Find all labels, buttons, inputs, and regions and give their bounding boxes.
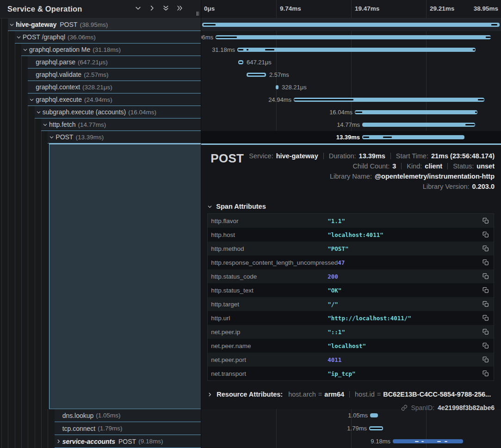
span-row-label-cell[interactable]: subgraph.execute (accounts)(16.04ms) (0, 106, 201, 118)
chevron-right-icon[interactable] (148, 4, 156, 12)
copy-icon[interactable] (478, 273, 494, 280)
span-row-label-cell[interactable]: graphql.operation Me(31.18ms) (0, 44, 201, 56)
span-row-timeline-cell[interactable]: 1.05ms (201, 409, 501, 422)
chevron-right-icon[interactable] (55, 439, 62, 444)
copy-icon[interactable] (478, 245, 494, 252)
span-bar-child-tick (445, 441, 447, 442)
span-row[interactable]: dns.lookup(1.05ms)1.05ms (0, 409, 501, 422)
span-duration-inline: (1.05ms) (96, 412, 120, 419)
span-row-timeline-cell[interactable]: 9.18ms (201, 435, 501, 448)
indent-guides (0, 81, 28, 93)
span-row-timeline-cell[interactable]: 2.57ms (201, 68, 501, 81)
double-chevron-right-icon[interactable] (176, 4, 184, 12)
span-bar[interactable] (238, 60, 243, 64)
span-bar[interactable] (294, 98, 484, 102)
indent-guides (0, 44, 21, 56)
chevron-down-icon[interactable] (48, 135, 56, 140)
resource-attributes-row[interactable]: Resource Attributes: host.arch=arm64host… (207, 391, 491, 398)
span-row-timeline-cell[interactable]: 1.79ms (201, 422, 501, 435)
span-row-timeline-cell[interactable]: 31.18ms (201, 44, 501, 56)
span-row[interactable]: service-accountsPOST(9.18ms)9.18ms (0, 435, 501, 448)
span-row-timeline-cell[interactable]: 328.21μs (201, 81, 501, 93)
chevron-down-icon[interactable] (8, 22, 16, 27)
span-bar[interactable] (237, 48, 476, 52)
attribute-value: "http://localhost:4011/" (328, 315, 478, 322)
span-row-label-cell[interactable]: POST /graphql(36.06ms) (0, 31, 201, 44)
span-row-label-cell[interactable]: POST(13.39ms) (0, 131, 201, 143)
span-row[interactable]: http.fetch(14.77ms)14.77ms (0, 118, 501, 131)
span-row[interactable]: tcp.connect(1.79ms)1.79ms (0, 422, 501, 435)
span-row-label-cell[interactable]: service-accountsPOST(9.18ms) (0, 435, 201, 448)
copy-icon[interactable] (478, 218, 494, 224)
attribute-value: "::1" (328, 329, 478, 336)
double-chevron-down-icon[interactable] (162, 4, 170, 12)
chevron-down-icon[interactable] (35, 110, 43, 115)
span-row-timeline-cell[interactable]: 16.04ms (201, 106, 501, 118)
span-row-label-cell[interactable]: graphql.context(328.21μs) (0, 81, 201, 93)
chevron-down-icon[interactable] (134, 4, 142, 12)
chevron-down-icon[interactable] (41, 122, 49, 127)
copy-icon[interactable] (478, 342, 494, 349)
span-bar-self-time-tick (475, 112, 477, 113)
span-attributes-toggle[interactable]: Span Attributes (207, 203, 266, 210)
resource-attribute-value: arm64 (324, 391, 344, 398)
span-row-timeline-cell[interactable] (201, 19, 501, 31)
span-bar[interactable] (362, 135, 464, 139)
copy-icon[interactable] (478, 259, 494, 266)
copy-icon[interactable] (478, 301, 494, 307)
chevron-down-icon[interactable] (28, 97, 36, 102)
span-operation-name: http.fetch (49, 121, 76, 128)
detail-meta-label: Status: (453, 162, 474, 170)
span-bar-self-time-tick (383, 137, 392, 138)
span-row[interactable]: hive-gatewayPOST(38.95ms) (0, 19, 501, 31)
selected-span-expansion[interactable] (49, 143, 201, 409)
span-row[interactable]: POST(13.39ms)13.39ms (0, 131, 501, 143)
span-row[interactable]: graphql.context(328.21μs)328.21μs (0, 81, 501, 93)
span-row[interactable]: graphql.operation Me(31.18ms)31.18ms (0, 44, 501, 56)
span-row[interactable]: graphql.execute(24.94ms)24.94ms (0, 93, 501, 106)
attribute-row: http.target"/" (208, 297, 494, 311)
copy-icon[interactable] (478, 231, 494, 238)
copy-icon[interactable] (478, 315, 494, 321)
span-bar[interactable] (369, 426, 383, 430)
indent-guides (0, 409, 55, 422)
span-row-label-cell[interactable]: http.fetch(14.77ms) (0, 118, 201, 131)
span-row-label-cell[interactable]: tcp.connect(1.79ms) (0, 422, 201, 435)
span-row-timeline-cell[interactable]: 24.94ms (201, 93, 501, 106)
span-row-label-cell[interactable]: hive-gatewayPOST(38.95ms) (0, 19, 201, 31)
span-bar[interactable] (202, 23, 500, 27)
detail-meta-value: hive-gateway (276, 152, 318, 160)
resource-attributes-items: host.arch=arm64host.id=BC62E13B-C4CC-585… (288, 391, 491, 398)
span-bar[interactable] (370, 413, 378, 417)
span-bar[interactable] (393, 439, 463, 443)
span-row[interactable]: graphql.validate(2.57ms)2.57ms (0, 68, 501, 81)
span-row-timeline-cell[interactable]: 647.21μs (201, 56, 501, 68)
span-row-timeline-cell[interactable]: 14.77ms (201, 118, 501, 131)
span-row[interactable]: subgraph.execute (accounts)(16.04ms)16.0… (0, 106, 501, 118)
span-row-label-cell[interactable]: dns.lookup(1.05ms) (0, 409, 201, 422)
span-row-label-cell[interactable]: graphql.execute(24.94ms) (0, 93, 201, 106)
copy-icon[interactable] (478, 287, 494, 293)
span-bar-duration-label: 31.18ms (212, 44, 235, 56)
span-row-label-cell[interactable]: graphql.validate(2.57ms) (0, 68, 201, 81)
header-bar: Service & Operation 0μs9.74ms19.47ms29.2… (0, 0, 501, 19)
copy-icon[interactable] (478, 370, 494, 377)
chevron-down-icon[interactable] (21, 47, 29, 52)
span-bar[interactable] (362, 123, 475, 127)
span-row[interactable]: graphql.parse(647.21μs)647.21μs (0, 56, 501, 68)
span-bar[interactable] (216, 35, 491, 39)
copy-icon[interactable] (478, 329, 494, 335)
span-bar[interactable] (355, 110, 477, 114)
chevron-down-icon[interactable] (15, 35, 23, 40)
column-resize-grip[interactable] (197, 12, 199, 16)
span-row-timeline-cell[interactable]: 36.06ms (201, 31, 501, 44)
span-row-timeline-cell[interactable]: 13.39ms (201, 131, 501, 143)
indent-guides (0, 143, 48, 409)
span-row[interactable]: POST /graphql(36.06ms)36.06ms (0, 31, 501, 44)
column-divider[interactable] (201, 0, 201, 448)
span-row-label-cell[interactable]: graphql.parse(647.21μs) (0, 56, 201, 68)
copy-icon[interactable] (478, 356, 494, 363)
span-bar[interactable] (247, 73, 266, 77)
span-bar-self-time-tick (294, 99, 353, 100)
span-bar[interactable] (276, 85, 278, 89)
